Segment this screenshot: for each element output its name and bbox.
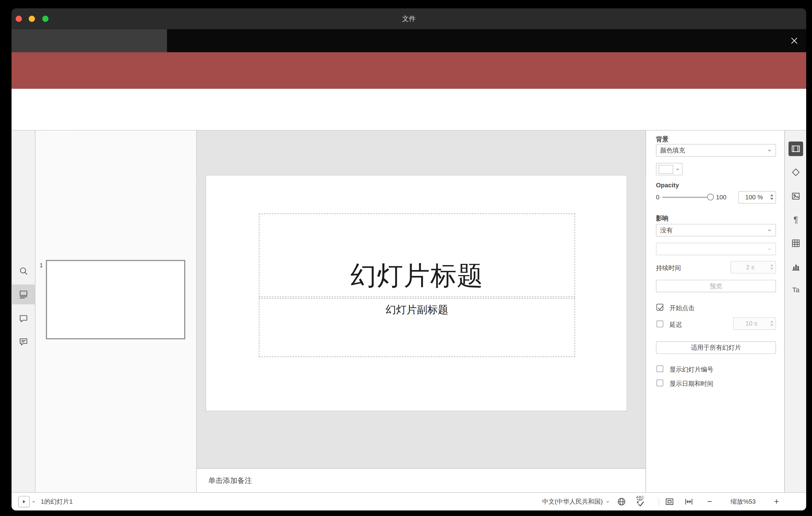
statusbar-divider [659,497,659,506]
close-button[interactable] [789,35,800,46]
shape-settings-tab[interactable] [785,164,806,180]
spell-check-button[interactable]: ABC [636,496,645,507]
left-sidebar [11,131,35,492]
apply-to-all-slides-button[interactable]: 适用于所有幻灯片 [656,341,776,354]
table-icon [791,238,800,248]
slide-settings-icon [791,144,800,153]
chevron-down-icon [767,247,772,251]
fit-to-width-button[interactable] [684,497,694,506]
delay-checkbox[interactable] [657,321,663,327]
language-label[interactable]: 中文(中华人民共和国) [523,493,603,511]
image-settings-icon [791,192,800,201]
chevron-down-icon [675,167,680,171]
right-sidebar: ¶ Ta [784,131,806,492]
traffic-light-minimize[interactable] [29,16,35,22]
fit-slide-icon [665,497,674,506]
effect-type-select[interactable] [656,243,776,256]
slide-canvas[interactable]: 幻灯片标题 幻灯片副标题 [205,175,627,411]
traffic-light-zoom[interactable] [42,16,49,22]
delay-value: 10 s [746,320,757,327]
duration-spinner[interactable]: 2 s [730,261,776,274]
color-swatch [659,165,673,174]
duration-value: 2 s [746,263,754,271]
preview-button[interactable]: 预览 [656,280,776,292]
fit-to-slide-button[interactable] [665,497,674,506]
effect-select[interactable]: 没有 [656,224,776,237]
image-settings-tab[interactable] [785,188,806,205]
chart-icon [791,262,800,271]
fit-width-icon [684,497,694,506]
chat-icon [19,337,28,347]
slide-counter: 1的幻灯片1 [41,493,73,511]
show-slide-number-checkbox[interactable] [657,365,663,372]
spinner-arrows[interactable] [770,194,774,200]
delay-label: 延迟 [669,321,682,329]
home-toolbar: 添加幻灯片 A [11,89,806,131]
title-placeholder[interactable]: 幻灯片标题 [259,213,575,297]
text-art-icon: Ta [792,286,799,293]
search-icon [19,266,28,276]
window-title: 文件 [11,8,806,29]
opacity-spinner[interactable]: 100 % [738,191,776,204]
delay-spinner[interactable]: 10 s [733,317,776,330]
show-date-time-checkbox[interactable] [657,380,663,386]
zoom-level-label[interactable]: 缩放%53 [717,493,769,511]
app-window: 文件 产品介绍.pptx adm***@dootask.com 文件 [11,8,806,511]
traffic-light-close[interactable] [16,16,22,22]
document-language-button[interactable] [617,497,626,506]
notes-placeholder: 单击添加备注 [208,476,252,485]
chevron-down-icon [767,228,772,232]
notes-area[interactable]: 单击添加备注 [197,468,646,492]
screen: 文件 产品介绍.pptx adm***@dootask.com 文件 [0,0,812,516]
spinner-arrows[interactable] [770,264,774,270]
apply-to-all-label: 适用于所有幻灯片 [691,343,741,352]
sidebar-search-button[interactable] [11,261,35,281]
sidebar-chat-button[interactable] [11,332,35,352]
preview-label: 预览 [709,282,722,291]
statusbar-slideshow-button[interactable] [18,496,30,507]
background-section-label: 背景 [656,135,669,144]
slide-subtitle-text: 幻灯片副标题 [386,303,448,317]
sidebar-slides-button[interactable] [11,285,35,304]
opacity-slider-track[interactable] [662,197,710,198]
start-on-click-label: 开始点击 [669,304,694,313]
background-color-picker[interactable] [656,163,683,176]
zoom-out-button[interactable]: − [705,493,715,511]
show-date-time-label: 显示日期和时间 [669,380,713,389]
zoom-in-button[interactable]: + [771,493,782,511]
slide-settings-tab[interactable] [788,141,803,156]
play-icon [21,498,27,505]
fill-type-value: 颜色填充 [660,146,685,155]
comment-icon [19,314,28,323]
slide-settings-panel: 背景 颜色填充 Opacity 0 100 100 % 影响 没有 [645,131,784,492]
slide-title-text: 幻灯片标题 [350,258,484,293]
chevron-down-icon[interactable] [31,500,36,504]
slide-thumbnail-number: 1 [40,262,43,268]
text-art-settings-tab[interactable]: Ta [785,282,806,298]
duration-label: 持续时间 [656,263,681,273]
opacity-slider-handle[interactable] [707,194,714,201]
slides-panel-icon [19,290,28,299]
opacity-value: 100 % [745,194,763,201]
table-settings-tab[interactable] [785,235,806,252]
chart-settings-tab[interactable] [785,258,806,275]
subtitle-placeholder[interactable]: 幻灯片副标题 [259,298,575,357]
editing-canvas: 幻灯片标题 幻灯片副标题 [197,131,646,468]
macos-titlebar: 文件 [11,8,806,29]
chevron-down-icon [767,148,772,153]
opacity-max-label: 100 [716,194,727,201]
spell-check-abc-label: ABC [636,495,644,499]
start-on-click-checkbox[interactable] [657,304,663,311]
slide-thumbnail[interactable] [46,260,185,339]
paragraph-settings-tab[interactable]: ¶ [785,211,806,228]
globe-icon [617,497,626,506]
chevron-down-icon[interactable] [605,500,610,504]
slide-thumbnails-panel: 1 [35,131,197,492]
background-fill-select[interactable]: 颜色填充 [656,144,776,157]
sidebar-comments-button[interactable] [11,309,35,328]
opacity-label: Opacity [656,182,679,189]
show-slide-number-label: 显示幻灯片编号 [669,365,713,374]
effect-section-label: 影响 [656,214,669,223]
spinner-arrows[interactable] [770,321,774,326]
close-icon [790,36,799,45]
